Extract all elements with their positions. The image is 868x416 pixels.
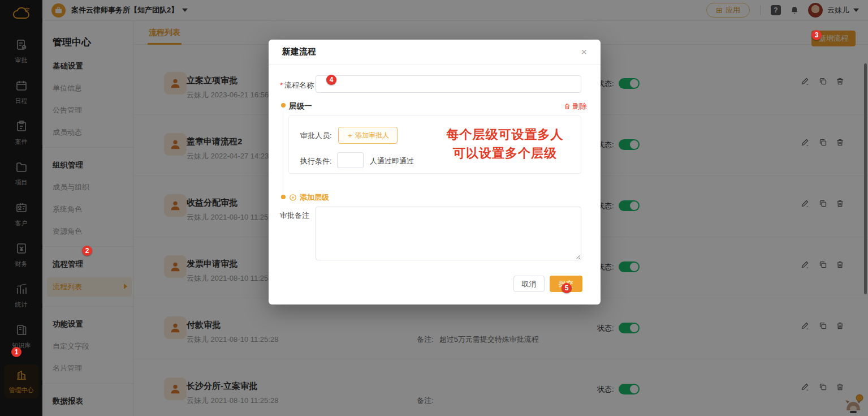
step-badge-2: 2 xyxy=(82,246,92,256)
approval-remark-label: 审批备注 xyxy=(280,211,309,221)
cancel-button[interactable]: 取消 xyxy=(513,276,545,292)
condition-suffix: 人通过即通过 xyxy=(370,156,414,166)
delete-level-link[interactable]: 删除 xyxy=(564,101,587,111)
plus-circle-icon xyxy=(289,194,297,201)
process-name-label: *流程名称 xyxy=(280,80,314,91)
tutorial-annotation: 每个层级可设置多人 可以设置多个层级 xyxy=(429,125,581,162)
level-panel: 审批人员: ＋ 添加审批人 执行条件: 人通过即通过 每个层级可设置多人 可以设… xyxy=(288,115,581,174)
step-badge-1: 1 xyxy=(11,347,21,357)
add-level-link[interactable]: 添加层级 xyxy=(289,192,329,203)
step-badge-3: 3 xyxy=(811,30,822,40)
step-badge-4: 4 xyxy=(326,75,336,85)
approval-remark-textarea[interactable] xyxy=(316,207,581,260)
condition-label: 执行条件: xyxy=(300,156,332,166)
modal-title: 新建流程 xyxy=(282,46,316,57)
trash-icon xyxy=(564,103,571,110)
add-level-bullet xyxy=(281,195,286,199)
modal-header: 新建流程 × xyxy=(269,40,601,65)
level-title: 层级一 xyxy=(289,101,312,111)
new-process-modal: 新建流程 × *流程名称 层级一 删除 审批人员: ＋ 添加审批人 执行条件: … xyxy=(269,40,601,305)
add-approver-button[interactable]: ＋ 添加审批人 xyxy=(338,127,398,144)
level-connector-line xyxy=(283,111,283,196)
process-name-input[interactable] xyxy=(316,75,581,93)
required-asterisk: * xyxy=(280,81,283,89)
step-badge-5: 5 xyxy=(562,283,572,293)
condition-count-input[interactable] xyxy=(337,152,364,168)
level-bullet xyxy=(281,103,286,108)
close-icon[interactable]: × xyxy=(581,47,587,57)
approver-label: 审批人员: xyxy=(300,131,332,141)
